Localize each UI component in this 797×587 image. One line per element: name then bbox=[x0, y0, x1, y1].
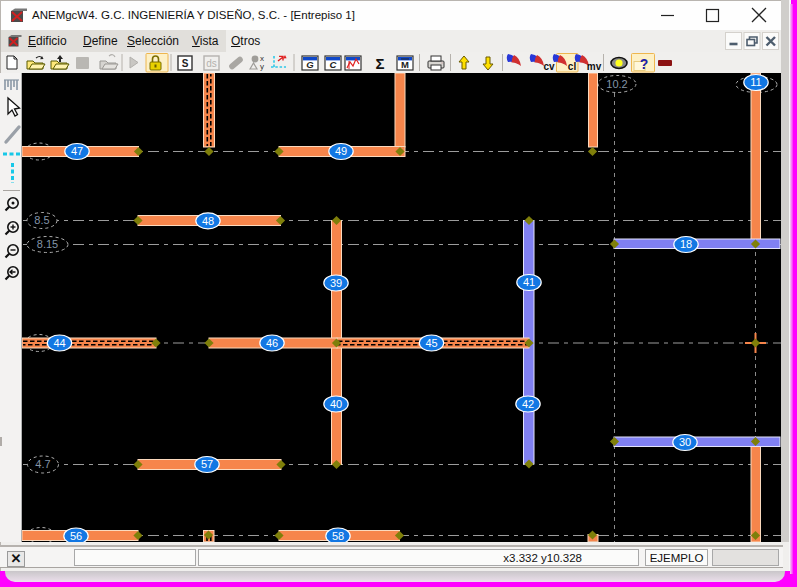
svg-text:42: 42 bbox=[522, 398, 534, 410]
svg-text:cv: cv bbox=[543, 61, 555, 72]
svg-text:58: 58 bbox=[332, 530, 344, 542]
svg-text:45: 45 bbox=[425, 337, 437, 349]
svg-text:Σ: Σ bbox=[375, 55, 384, 72]
svg-text:49: 49 bbox=[335, 145, 347, 157]
svg-text:57: 57 bbox=[201, 458, 213, 470]
svg-text:10.2: 10.2 bbox=[606, 78, 627, 90]
svg-text:ds: ds bbox=[206, 58, 217, 69]
svg-text:46: 46 bbox=[266, 337, 278, 349]
svg-text:39: 39 bbox=[330, 277, 342, 289]
svg-text:48: 48 bbox=[202, 215, 214, 227]
svg-text:8.15: 8.15 bbox=[37, 238, 58, 250]
svg-text:47: 47 bbox=[71, 145, 83, 157]
svg-text:?: ? bbox=[640, 56, 649, 72]
svg-text:44: 44 bbox=[53, 337, 65, 349]
svg-text:18: 18 bbox=[680, 238, 692, 250]
svg-text:40: 40 bbox=[330, 398, 342, 410]
svg-text:mv: mv bbox=[587, 61, 602, 72]
svg-text:S: S bbox=[182, 58, 189, 69]
svg-text:8.5: 8.5 bbox=[34, 214, 49, 226]
svg-text:4.7: 4.7 bbox=[35, 458, 50, 470]
svg-text:11: 11 bbox=[750, 76, 761, 88]
svg-text:G: G bbox=[306, 59, 314, 70]
svg-text:cl: cl bbox=[568, 61, 577, 72]
svg-text:56: 56 bbox=[70, 530, 82, 542]
svg-text:M: M bbox=[401, 59, 409, 70]
svg-text:C: C bbox=[330, 59, 337, 70]
svg-text:41: 41 bbox=[523, 276, 535, 288]
svg-text:30: 30 bbox=[679, 436, 691, 448]
svg-text:y: y bbox=[260, 62, 264, 71]
